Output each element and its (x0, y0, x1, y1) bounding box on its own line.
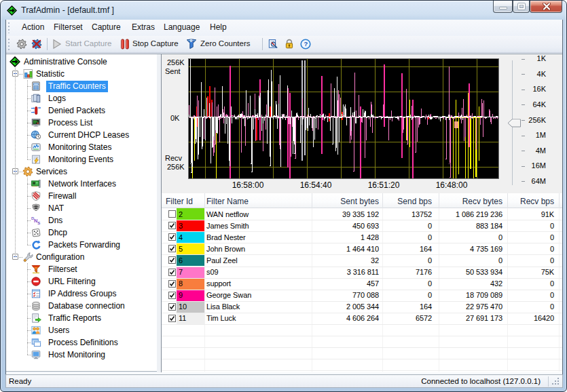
svg-text:?: ? (304, 40, 308, 47)
svg-text:S: S (37, 221, 40, 225)
